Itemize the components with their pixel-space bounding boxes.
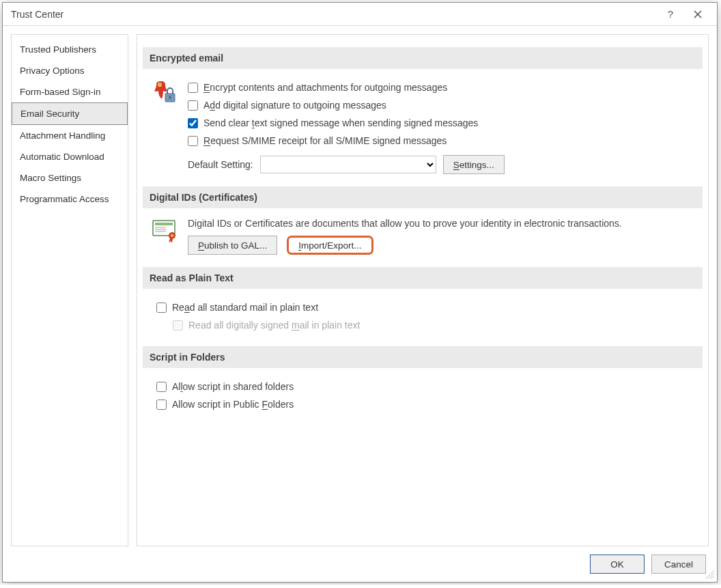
section-header-plain-text: Read as Plain Text	[143, 267, 703, 289]
svg-point-9	[171, 234, 174, 238]
titlebar: Trust Center ?	[3, 3, 717, 26]
checkbox-add-signature-input[interactable]	[188, 100, 198, 111]
checkbox-encrypt-contents-input[interactable]	[188, 83, 198, 93]
nav-automatic-download[interactable]: Automatic Download	[12, 146, 128, 167]
checkbox-clear-text-input[interactable]	[188, 118, 198, 128]
checkbox-add-signature[interactable]: Add digital signature to outgoing messag…	[188, 96, 696, 114]
certificate-icon	[150, 218, 181, 242]
main-panel: Encrypted email Encrypt contents and att…	[137, 34, 709, 546]
section-header-digital-ids: Digital IDs (Certificates)	[143, 186, 703, 208]
settings-button[interactable]: Settings...	[443, 155, 505, 174]
nav-programmatic-access[interactable]: Programmatic Access	[12, 188, 128, 210]
trust-center-dialog: Trust Center ? Trusted Publishers Privac…	[2, 2, 718, 583]
checkbox-script-shared-input[interactable]	[156, 382, 167, 392]
checkbox-read-plain-signed-input	[173, 320, 183, 331]
nav-form-based-signin[interactable]: Form-based Sign-in	[12, 81, 128, 102]
nav-list: Trusted Publishers Privacy Options Form-…	[11, 34, 128, 546]
checkbox-smime-receipt[interactable]: Request S/MIME receipt for all S/MIME si…	[188, 132, 696, 150]
checkbox-script-public-input[interactable]	[156, 400, 167, 410]
section-header-script: Script in Folders	[143, 346, 703, 368]
svg-point-0	[158, 83, 162, 87]
help-icon[interactable]: ?	[657, 5, 684, 24]
nav-trusted-publishers[interactable]: Trusted Publishers	[12, 39, 128, 60]
digital-ids-description: Digital IDs or Certificates are document…	[188, 218, 696, 229]
ok-button[interactable]: OK	[590, 555, 645, 574]
dialog-footer: OK Cancel	[3, 546, 717, 582]
default-setting-label: Default Setting:	[188, 159, 253, 170]
publish-to-gal-button[interactable]: Publish to GAL...	[188, 236, 277, 255]
close-icon[interactable]	[684, 5, 711, 24]
window-title: Trust Center	[11, 9, 657, 20]
nav-macro-settings[interactable]: Macro Settings	[12, 167, 128, 188]
nav-email-security[interactable]: Email Security	[12, 102, 128, 125]
svg-rect-2	[169, 96, 171, 99]
section-header-encrypted: Encrypted email	[143, 47, 703, 69]
checkbox-read-plain-signed: Read all digitally signed mail in plain …	[173, 316, 696, 334]
checkbox-encrypt-contents[interactable]: Encrypt contents and attachments for out…	[188, 79, 696, 96]
checkbox-read-plain[interactable]: Read all standard mail in plain text	[156, 298, 696, 316]
svg-rect-4	[155, 223, 173, 225]
nav-attachment-handling[interactable]: Attachment Handling	[12, 125, 128, 146]
checkbox-read-plain-input[interactable]	[156, 303, 167, 313]
checkbox-clear-text[interactable]: Send clear text signed message when send…	[188, 114, 696, 132]
ribbon-lock-icon	[150, 79, 181, 106]
resize-grip-icon[interactable]	[705, 570, 714, 579]
checkbox-smime-receipt-input[interactable]	[188, 136, 198, 146]
cancel-button[interactable]: Cancel	[651, 555, 706, 574]
nav-privacy-options[interactable]: Privacy Options	[12, 60, 128, 81]
default-setting-select[interactable]	[260, 156, 436, 173]
import-export-button[interactable]: Import/Export...	[287, 236, 373, 255]
checkbox-script-public[interactable]: Allow script in Public Folders	[156, 395, 696, 413]
checkbox-script-shared[interactable]: Allow script in shared folders	[156, 378, 696, 395]
